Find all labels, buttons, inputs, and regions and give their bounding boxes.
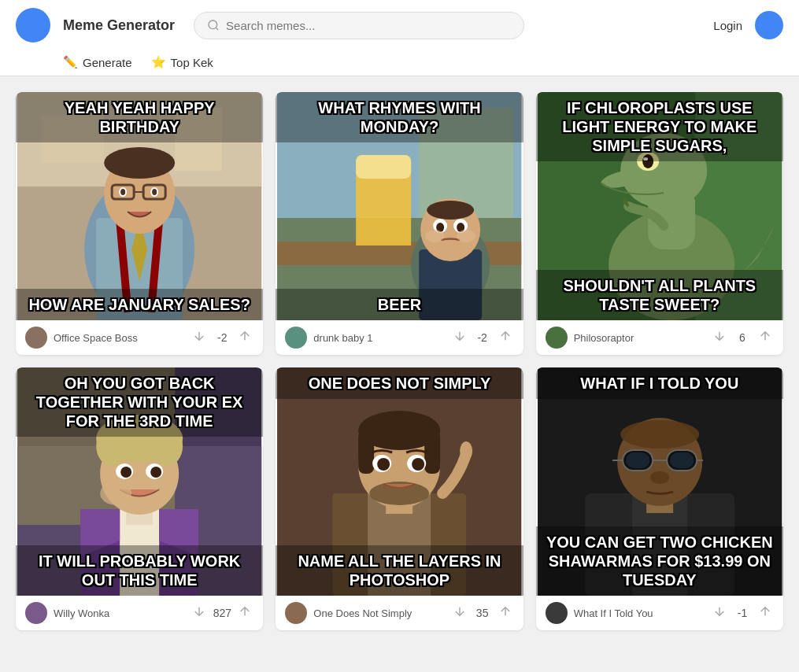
login-button[interactable]: Login (713, 19, 742, 32)
meme-top-text: ONE DOES NOT SIMPLY (276, 367, 523, 399)
meme-image[interactable]: WHAT RHYMES WITH MONDAY?BEER (276, 92, 523, 320)
app-logo (16, 8, 50, 42)
svg-point-81 (412, 458, 424, 471)
meme-template-label: drunk baby 1 (313, 332, 444, 344)
meme-image[interactable]: ONE DOES NOT SIMPLYNAME ALL THE LAYERS I… (276, 367, 523, 596)
svg-point-64 (120, 467, 131, 478)
nav-topkek[interactable]: ⭐ Top Kek (151, 55, 213, 69)
meme-avatar (25, 602, 47, 624)
nav-generate-label: Generate (83, 56, 132, 69)
meme-template-label: What If I Told You (574, 607, 705, 619)
meme-avatar (25, 327, 47, 349)
meme-card: IF CHLOROPLASTS USE LIGHT ENERGY TO MAKE… (536, 92, 783, 355)
app-title: Meme Generator (63, 17, 175, 34)
svg-line-1 (216, 28, 218, 30)
meme-image[interactable]: YEAH YEAH HAPPY BIRTHDAYHOW ARE JANUARY … (16, 92, 263, 320)
nav-generate[interactable]: ✏️ Generate (63, 55, 132, 69)
search-icon (207, 19, 220, 31)
svg-rect-27 (356, 155, 411, 179)
upvote-button[interactable] (756, 327, 774, 349)
nav-topkek-label: Top Kek (171, 56, 213, 69)
header-top: Meme Generator Login (16, 0, 783, 50)
meme-image[interactable]: OH YOU GOT BACK TOGETHER WITH YOUR EX FO… (16, 367, 263, 596)
meme-bottom-text: IT WILL PROBABLY WORK OUT THIS TIME (16, 545, 263, 596)
vote-controls: 6 (711, 327, 774, 349)
downvote-button[interactable] (451, 603, 468, 624)
meme-image[interactable]: IF CHLOROPLASTS USE LIGHT ENERGY TO MAKE… (536, 92, 783, 320)
meme-card: WHAT RHYMES WITH MONDAY?BEERdrunk baby 1… (276, 92, 523, 355)
svg-point-32 (427, 201, 474, 220)
meme-bottom-text: BEER (276, 289, 523, 320)
svg-point-19 (120, 189, 125, 195)
svg-point-65 (150, 467, 161, 478)
vote-controls: -1 (711, 603, 774, 624)
app-header: Meme Generator Login ✏️ Generate ⭐ Top K… (0, 0, 799, 76)
meme-footer: What If I Told You-1 (536, 596, 783, 630)
pencil-icon: ✏️ (63, 55, 78, 69)
search-input[interactable] (226, 19, 511, 32)
meme-grid: YEAH YEAH HAPPY BIRTHDAYHOW ARE JANUARY … (16, 92, 783, 630)
downvote-button[interactable] (711, 603, 728, 624)
meme-avatar (546, 327, 568, 349)
vote-count: -1 (733, 607, 752, 619)
meme-card: OH YOU GOT BACK TOGETHER WITH YOUR EX FO… (16, 367, 263, 630)
star-icon: ⭐ (151, 55, 166, 69)
svg-point-82 (460, 441, 472, 460)
svg-point-13 (104, 147, 175, 179)
vote-count: -2 (213, 331, 231, 344)
meme-template-label: Office Space Boss (54, 332, 184, 344)
svg-point-0 (209, 20, 217, 29)
svg-rect-97 (670, 452, 694, 468)
meme-bottom-text: SHOULDN'T ALL PLANTS TASTE SWEET? (536, 270, 783, 320)
meme-top-text: WHAT IF I TOLD YOU (536, 367, 783, 399)
svg-point-80 (377, 458, 390, 471)
meme-footer: Philosoraptor6 (536, 320, 783, 355)
svg-rect-28 (352, 246, 415, 257)
upvote-button[interactable] (236, 603, 253, 624)
downvote-button[interactable] (711, 327, 728, 349)
meme-top-text: IF CHLOROPLASTS USE LIGHT ENERGY TO MAKE… (536, 92, 783, 161)
svg-point-38 (457, 230, 475, 242)
meme-top-text: WHAT RHYMES WITH MONDAY? (276, 92, 523, 142)
user-avatar (755, 11, 783, 39)
meme-image[interactable]: WHAT IF I TOLD YOUYOU CAN GET TWO CHICKE… (536, 367, 783, 596)
meme-footer: Office Space Boss-2 (16, 320, 263, 355)
upvote-button[interactable] (756, 603, 774, 624)
header-nav: ✏️ Generate ⭐ Top Kek (16, 50, 783, 76)
meme-bottom-text: HOW ARE JANUARY SALES? (16, 289, 263, 320)
meme-avatar (285, 327, 307, 349)
meme-bottom-text: YOU CAN GET TWO CHICKEN SHAWARMAS FOR $1… (536, 526, 783, 596)
vote-count: 6 (733, 331, 752, 344)
main-content: YEAH YEAH HAPPY BIRTHDAYHOW ARE JANUARY … (0, 76, 799, 646)
svg-point-90 (620, 420, 699, 449)
svg-point-66 (100, 482, 131, 505)
vote-controls: 35 (451, 603, 514, 624)
downvote-button[interactable] (191, 327, 208, 349)
vote-controls: 827 (191, 603, 253, 624)
downvote-button[interactable] (451, 327, 468, 349)
meme-bottom-text: NAME ALL THE LAYERS IN PHOTOSHOP (276, 545, 523, 596)
upvote-button[interactable] (497, 327, 514, 349)
vote-controls: -2 (451, 327, 514, 349)
upvote-button[interactable] (497, 603, 514, 624)
svg-point-37 (425, 230, 444, 242)
meme-top-text: YEAH YEAH HAPPY BIRTHDAY (16, 92, 263, 142)
upvote-button[interactable] (236, 327, 253, 349)
meme-template-label: Willy Wonka (54, 607, 184, 619)
meme-footer: One Does Not Simply35 (276, 596, 523, 630)
vote-count: 35 (473, 607, 492, 619)
meme-top-text: OH YOU GOT BACK TOGETHER WITH YOUR EX FO… (16, 367, 263, 437)
meme-card: ONE DOES NOT SIMPLYNAME ALL THE LAYERS I… (276, 367, 523, 630)
svg-point-98 (650, 471, 669, 484)
downvote-button[interactable] (191, 603, 208, 624)
meme-card: YEAH YEAH HAPPY BIRTHDAYHOW ARE JANUARY … (16, 92, 263, 355)
vote-count: -2 (473, 331, 492, 344)
meme-card: WHAT IF I TOLD YOUYOU CAN GET TWO CHICKE… (536, 367, 783, 630)
meme-footer: Willy Wonka827 (16, 596, 263, 630)
svg-rect-96 (626, 452, 649, 468)
svg-point-20 (152, 189, 157, 195)
meme-template-label: One Does Not Simply (313, 607, 444, 619)
meme-footer: drunk baby 1-2 (276, 320, 523, 355)
meme-avatar (546, 602, 568, 624)
meme-template-label: Philosoraptor (574, 332, 705, 344)
